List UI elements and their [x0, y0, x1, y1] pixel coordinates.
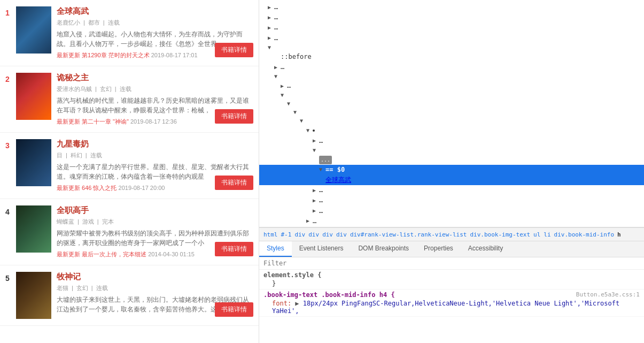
devtools-breadcrumb[interactable]: html #-1 div div div div div#rank-view-l… — [259, 227, 644, 241]
code-line-11[interactable] — [259, 100, 644, 108]
book-title[interactable]: 九星毒奶 — [57, 139, 253, 149]
triangle-icon-4[interactable] — [268, 34, 274, 42]
book-title[interactable]: 全职高手 — [57, 205, 253, 216]
triangle-icon-16[interactable] — [313, 146, 319, 155]
breadcrumb-item-8[interactable]: ul — [533, 231, 540, 238]
book-title[interactable]: 全球高武 — [57, 6, 253, 17]
code-content-22: … — [319, 206, 323, 216]
book-detail-button[interactable]: 书籍详情 — [215, 242, 253, 256]
triangle-icon-9[interactable] — [281, 82, 287, 90]
code-line-22[interactable]: … — [259, 206, 644, 216]
book-detail-button[interactable]: 书籍详情 — [215, 302, 253, 317]
book-genre: 玄幻 — [76, 285, 88, 291]
book-update-link[interactable]: 最新更新 第二十一章 "神谕" — [57, 118, 129, 125]
ellipsis-button[interactable]: ... — [319, 156, 332, 164]
book-author: 爱潜水的乌贼 — [57, 86, 92, 92]
code-line-16[interactable] — [259, 146, 644, 155]
book-separator: | — [83, 19, 85, 26]
book-cover[interactable] — [16, 205, 51, 253]
book-separator2: | — [115, 86, 117, 92]
book-title[interactable]: 诡秘之主 — [57, 73, 253, 83]
code-line-15[interactable]: … — [259, 136, 644, 146]
book-rank: 2 — [5, 75, 16, 83]
triangle-icon-8[interactable] — [274, 72, 281, 81]
book-detail-button[interactable]: 书籍详情 — [215, 176, 253, 190]
triangle-icon-10[interactable] — [281, 91, 287, 100]
triangle-icon-3[interactable] — [268, 24, 274, 32]
book-rank: 4 — [5, 208, 16, 216]
breadcrumb-item-11[interactable]: h — [617, 231, 621, 238]
code-line-17[interactable]: == $0 — [259, 165, 644, 175]
book-update-link[interactable]: 最新更新 最后一次上传，完本细述 — [57, 251, 146, 257]
breadcrumb-item-0[interactable]: html — [263, 231, 278, 238]
breadcrumb-item-2[interactable]: div — [294, 231, 305, 238]
code-line-21[interactable]: … — [259, 195, 644, 205]
breadcrumb-item-9[interactable]: li — [544, 231, 550, 238]
breadcrumb-item-10[interactable]: div.book-mid-info — [554, 231, 615, 238]
book-meta: 蝴蝶蓝|游戏|完本 — [57, 218, 253, 226]
style-source[interactable]: Button.e5a3e.css:1 — [576, 291, 640, 300]
book-separator2: | — [103, 19, 105, 26]
book-detail-button[interactable]: 书籍详情 — [215, 43, 253, 57]
code-line-8[interactable] — [259, 72, 644, 81]
book-update-link[interactable]: 最新更新 646 惊入之托 — [57, 185, 117, 191]
code-content-7: … — [281, 62, 284, 72]
tab-styles[interactable]: Styles — [259, 241, 292, 257]
book-detail-button[interactable]: 书籍详情 — [215, 109, 253, 124]
triangle-icon-2[interactable] — [268, 13, 274, 22]
book-update-link[interactable]: 最新更新 第1290章 茫时的封天之术 — [57, 52, 150, 58]
breadcrumb-item-3[interactable]: div — [308, 231, 319, 238]
breadcrumb-item-6[interactable]: div#rank-view-list.rank-view-list — [350, 231, 467, 238]
breadcrumb-item-7[interactable]: div.book-img-text — [470, 231, 530, 238]
book-meta: 老猫|玄幻|连载 — [57, 284, 253, 292]
triangle-icon-20[interactable] — [313, 186, 319, 195]
code-line-4[interactable]: … — [259, 33, 644, 43]
triangle-icon-11[interactable] — [287, 100, 293, 108]
triangle-icon-1[interactable] — [268, 3, 274, 12]
breadcrumb-item-5[interactable]: div — [336, 231, 347, 238]
code-line-14[interactable] — [259, 125, 644, 135]
code-line-20[interactable]: … — [259, 185, 644, 195]
code-line-24[interactable]: … — [259, 216, 644, 226]
triangle-icon-15[interactable] — [313, 136, 319, 145]
code-line-9[interactable]: … — [259, 81, 644, 91]
code-line-10[interactable] — [259, 91, 644, 100]
triangle-icon-7[interactable] — [274, 63, 281, 72]
book-update-date: 2019-08-17 12:36 — [130, 118, 177, 125]
triangle-icon-17[interactable] — [319, 165, 325, 174]
book-separator: | — [77, 218, 79, 225]
code-line-12[interactable] — [259, 108, 644, 117]
triangle-icon-13[interactable] — [300, 117, 306, 125]
code-line-2[interactable]: … — [259, 12, 644, 22]
book-update-date: 2014-04-30 01:15 — [148, 251, 195, 257]
triangle-icon-5[interactable] — [268, 43, 274, 52]
filter-input[interactable] — [263, 260, 633, 267]
book-genre: 玄幻 — [100, 86, 112, 92]
book-status: 连载 — [108, 19, 120, 26]
book-cover[interactable] — [16, 272, 51, 319]
code-line-13[interactable] — [259, 117, 644, 125]
book-cover[interactable] — [16, 6, 51, 54]
code-line-3[interactable]: … — [259, 22, 644, 33]
triangle-icon-24[interactable] — [306, 217, 313, 225]
triangle-icon-22[interactable] — [313, 207, 319, 215]
code-line-7[interactable]: … — [259, 62, 644, 72]
tab-dom-breakpoints[interactable]: DOM Breakpoints — [351, 241, 416, 257]
tab-event-listeners[interactable]: Event Listeners — [292, 241, 351, 257]
breadcrumb-item-4[interactable]: div — [322, 231, 333, 238]
tab-properties[interactable]: Properties — [416, 241, 461, 257]
triangle-icon-21[interactable] — [313, 196, 319, 205]
triangle-icon-12[interactable] — [293, 108, 300, 117]
book-cover[interactable] — [16, 139, 51, 186]
book-list-panel: 1全球高武老鹿忆小|都市|连载地窟入侵，武道崛起。小人物也有大情怀，为生存而战，… — [0, 0, 259, 343]
breadcrumb-item-1[interactable]: #-1 — [281, 231, 292, 238]
book-update-date: 2019-08-17 17:01 — [151, 52, 198, 58]
book-cover[interactable] — [16, 73, 51, 120]
devtools-code-area: …………::before………... == $0全球高武………… — [259, 0, 644, 227]
tab-accessibility[interactable]: Accessibility — [461, 241, 510, 257]
code-line-18[interactable]: 全球高武 — [259, 175, 644, 185]
code-line-5[interactable] — [259, 43, 644, 52]
book-title[interactable]: 牧神记 — [57, 272, 253, 282]
code-line-1[interactable]: … — [259, 2, 644, 12]
code-line-6[interactable]: ::before — [259, 52, 644, 62]
